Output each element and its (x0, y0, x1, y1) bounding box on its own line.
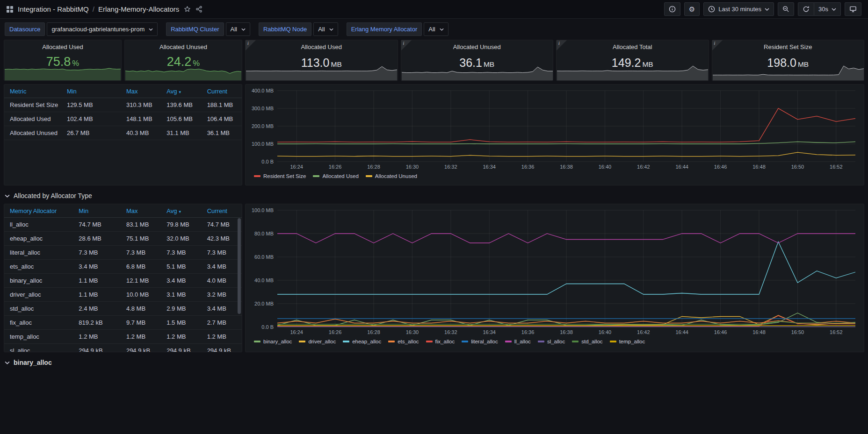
table-header-cell[interactable]: Min (61, 88, 121, 95)
legend-item[interactable]: ll_alloc (505, 339, 531, 344)
legend-item[interactable]: Allocated Used (313, 173, 358, 179)
share-icon[interactable] (195, 6, 203, 13)
panel-table-allocators: Memory AllocatorMinMaxAvg▾Currentll_allo… (4, 204, 242, 352)
panel-info-corner-icon[interactable]: i (401, 40, 412, 50)
star-icon[interactable] (184, 6, 191, 13)
datasource-picker[interactable]: grafanacloud-gabrielantunes-prom (47, 22, 158, 36)
panel-title[interactable]: Resident Set Size (712, 40, 864, 50)
panel-title[interactable]: Allocated Total (557, 40, 709, 50)
panel-title[interactable]: Allocated Used (246, 40, 398, 50)
table-cell: 102.4 MB (61, 115, 121, 122)
table-header-cell[interactable]: Avg▾ (161, 207, 201, 214)
x-tick-label: 16:40 (599, 329, 612, 335)
table-cell: fix_alloc (4, 319, 73, 326)
panel-info-corner-icon[interactable]: i (557, 40, 567, 50)
navbar-actions: ⚙ Last 30 minutes 30s (664, 2, 861, 16)
table-cell: 294.9 kB (121, 347, 161, 352)
table-header-cell[interactable]: Min (73, 207, 121, 214)
legend-label: binary_alloc (263, 339, 292, 344)
x-tick-label: 16:34 (483, 329, 496, 335)
table-row: Allocated Unused26.7 MB40.3 MB31.1 MB36.… (4, 126, 242, 140)
table-cell: 2.4 MB (73, 305, 121, 312)
panel-info-corner-icon[interactable]: i (712, 40, 723, 50)
memory-timeseries-chart[interactable]: 0.0 B100.0 MB200.0 MB300.0 MB400.0 MB16:… (247, 87, 862, 172)
time-range-picker[interactable]: Last 30 minutes (703, 2, 774, 16)
top-stats-row: Allocated Used 75.8% Allocated Unused 24… (4, 40, 864, 81)
y-tick-label: 300.0 MB (252, 106, 274, 111)
table-header-cell[interactable]: Current (202, 207, 242, 214)
y-tick-label: 0.0 B (261, 324, 274, 330)
legend-item[interactable]: Resident Set Size (254, 173, 306, 179)
table-cell: 9.7 MB (121, 319, 161, 326)
cluster-picker[interactable]: All (226, 22, 250, 36)
gauge-value: 24.2% (125, 55, 242, 69)
chevron-down-icon (440, 28, 444, 31)
allocator-timeseries-chart[interactable]: 0.0 B20.0 MB40.0 MB60.0 MB80.0 MB100.0 M… (247, 206, 862, 337)
y-tick-label: 40.0 MB (254, 277, 274, 283)
breadcrumb-separator: / (93, 5, 94, 13)
apps-grid-icon[interactable] (7, 6, 13, 13)
section-binary-alloc[interactable]: binary_alloc (4, 356, 864, 370)
panel-title[interactable]: Allocated Unused (401, 40, 553, 50)
table-header-cell[interactable]: Memory Allocator (4, 207, 73, 214)
table-header-cell[interactable]: Current (202, 88, 242, 95)
table-cell: driver_alloc (4, 291, 73, 298)
legend-item[interactable]: Allocated Unused (366, 173, 417, 179)
table-cell: 6.8 MB (121, 263, 161, 270)
legend-swatch (610, 341, 616, 342)
panel-stat-resident-set-size: i Resident Set Size 198.0MB (712, 40, 865, 81)
table-cell: 10.0 MB (121, 291, 161, 298)
table-cell: 2.7 MB (202, 319, 242, 326)
legend-item[interactable]: std_alloc (572, 339, 602, 344)
table-cell: temp_alloc (4, 333, 73, 340)
table-header-cell[interactable]: Avg▾ (161, 88, 201, 95)
table-header-cell[interactable]: Metric (4, 88, 61, 95)
zoom-out-button[interactable] (778, 2, 794, 16)
legend-item[interactable]: driver_alloc (299, 339, 336, 344)
table-scrollbar[interactable] (238, 218, 241, 314)
table-cell: 819.2 kB (73, 319, 121, 326)
legend-item[interactable]: ets_alloc (388, 339, 419, 344)
chart-canvas: 0.0 B20.0 MB40.0 MB60.0 MB80.0 MB100.0 M… (247, 206, 862, 337)
legend-item[interactable]: eheap_alloc (343, 339, 381, 344)
sparkline-area (125, 69, 241, 80)
panel-info-corner-icon[interactable]: i (246, 40, 256, 50)
legend-swatch (505, 341, 512, 342)
panel-title[interactable]: Allocated Used (4, 40, 121, 50)
legend-item[interactable]: fix_alloc (426, 339, 455, 344)
x-tick-label: 16:30 (406, 329, 419, 335)
panel-title[interactable]: Allocated Unused (125, 40, 242, 50)
section-allocated-by-allocator-type[interactable]: Allocated by Allocator Type (4, 189, 864, 203)
legend-item[interactable]: sl_alloc (538, 339, 565, 344)
legend-item[interactable]: binary_alloc (254, 339, 292, 344)
allocator-picker[interactable]: All (424, 22, 448, 36)
legend-item[interactable]: literal_alloc (462, 339, 498, 344)
legend-item[interactable]: temp_alloc (610, 339, 645, 344)
x-tick-label: 16:32 (444, 164, 457, 170)
node-picker[interactable]: All (313, 22, 338, 36)
table-header-cell[interactable]: Max (121, 207, 161, 214)
x-tick-label: 16:36 (521, 329, 535, 335)
info-circle-icon (669, 6, 676, 13)
breadcrumb-folder[interactable]: Integration - RabbitMQ (18, 5, 89, 13)
dashboard-insights-button[interactable] (664, 2, 680, 16)
x-tick-label: 16:50 (791, 164, 804, 170)
x-tick-label: 16:44 (675, 164, 688, 170)
x-tick-label: 16:30 (406, 164, 419, 170)
refresh-button[interactable] (798, 2, 814, 16)
dashboard-settings-button[interactable]: ⚙ (684, 2, 700, 16)
top-navbar: Integration - RabbitMQ / Erlang-Memory-A… (0, 0, 868, 19)
table-cell: 3.2 MB (202, 291, 242, 298)
x-tick-label: 16:34 (483, 164, 496, 170)
x-tick-label: 16:44 (675, 329, 688, 335)
breadcrumb-dashboard[interactable]: Erlang-Memory-Allocators (98, 5, 179, 13)
gauge-value: 75.8% (4, 55, 121, 69)
refresh-icon (803, 6, 810, 13)
refresh-interval-button[interactable]: 30s (814, 2, 841, 16)
table-header-cell[interactable]: Max (121, 88, 161, 95)
legend-swatch (254, 341, 260, 342)
filter-datasource: Datasource grafanacloud-gabrielantunes-p… (5, 22, 158, 36)
tv-mode-button[interactable] (845, 2, 861, 16)
stat-value: 198.0MB (712, 56, 864, 70)
section-chevron-icon (5, 194, 10, 198)
